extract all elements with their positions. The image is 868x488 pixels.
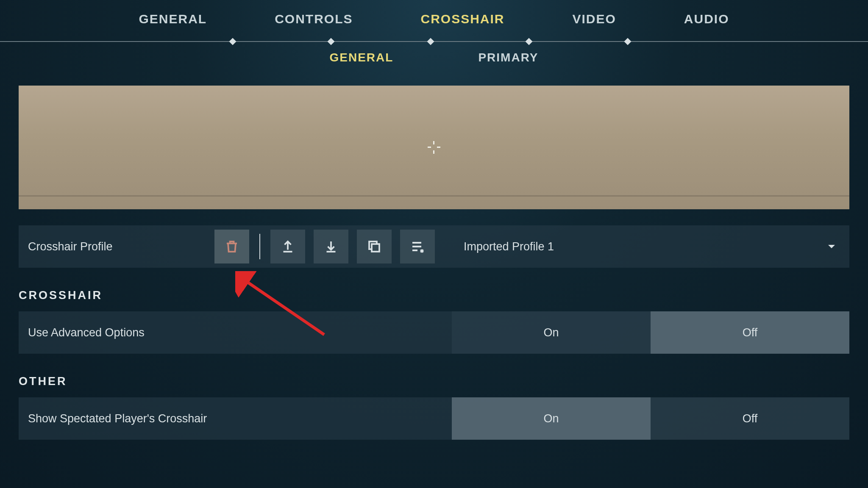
svg-rect-4 — [372, 244, 379, 252]
diamond-icon — [624, 38, 632, 45]
chevron-down-icon — [827, 244, 836, 250]
spectated-off-button[interactable]: Off — [651, 397, 849, 440]
diamond-icon — [427, 38, 434, 45]
diamond-icon — [229, 38, 236, 45]
crosshair-icon — [428, 141, 440, 154]
download-icon — [323, 239, 339, 254]
copy-icon — [367, 239, 382, 254]
upload-icon — [280, 239, 295, 254]
tab-video[interactable]: VIDEO — [573, 12, 616, 26]
trash-icon — [224, 239, 239, 254]
crosshair-profile-row: Crosshair Profile Imported Profile 1 — [19, 225, 849, 268]
spectated-crosshair-row: Show Spectated Player's Crosshair On Off — [19, 397, 849, 440]
tab-divider — [0, 41, 868, 42]
advanced-options-row: Use Advanced Options On Off — [19, 311, 849, 354]
advanced-on-button[interactable]: On — [452, 311, 651, 354]
profile-selected-value: Imported Profile 1 — [464, 240, 554, 253]
tab-controls[interactable]: CONTROLS — [275, 12, 353, 26]
section-other-title: OTHER — [19, 375, 849, 388]
separator — [259, 234, 260, 259]
edit-list-icon — [410, 239, 425, 254]
diamond-icon — [328, 38, 335, 45]
edit-profile-button[interactable] — [400, 230, 435, 263]
tab-audio[interactable]: AUDIO — [684, 12, 729, 26]
crosshair-profile-label: Crosshair Profile — [28, 240, 214, 253]
crosshair-preview — [19, 86, 849, 209]
sub-tab-primary[interactable]: PRIMARY — [478, 51, 538, 64]
delete-profile-button[interactable] — [214, 230, 249, 263]
import-profile-button[interactable] — [314, 230, 348, 263]
profile-dropdown[interactable]: Imported Profile 1 — [448, 225, 849, 268]
tab-crosshair[interactable]: CROSSHAIR — [420, 12, 504, 26]
advanced-options-label: Use Advanced Options — [19, 326, 452, 339]
section-crosshair-title: CROSSHAIR — [19, 289, 849, 302]
sub-tab-general[interactable]: GENERAL — [330, 51, 394, 64]
spectated-on-button[interactable]: On — [452, 397, 651, 440]
diamond-icon — [526, 38, 533, 45]
advanced-off-button[interactable]: Off — [651, 311, 849, 354]
tab-general[interactable]: GENERAL — [139, 12, 207, 26]
sub-tabs: GENERAL PRIMARY — [0, 51, 868, 64]
export-profile-button[interactable] — [270, 230, 305, 263]
main-tabs: GENERAL CONTROLS CROSSHAIR VIDEO AUDIO — [0, 0, 868, 26]
duplicate-profile-button[interactable] — [357, 230, 392, 263]
spectated-crosshair-label: Show Spectated Player's Crosshair — [19, 412, 452, 425]
